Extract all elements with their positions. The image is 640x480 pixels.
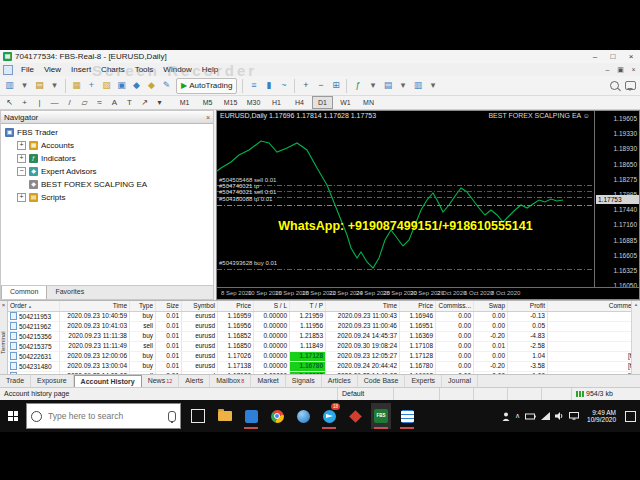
timeframe-mn[interactable]: MN [358, 96, 379, 109]
timeframe-m30[interactable]: M30 [243, 96, 264, 109]
new-chart-icon[interactable]: ▥ [3, 78, 16, 93]
volume-icon[interactable] [555, 412, 564, 420]
chart-plot[interactable]: #504505468 sell 0.01#504740021 tp#504740… [217, 111, 595, 287]
table-row[interactable]: 5042119532020.09.23 10:40:59buy0.01eurus… [8, 312, 640, 322]
edge-icon[interactable] [293, 403, 313, 429]
tree-item-fbs-trader[interactable]: ▣FBS Trader [1, 126, 213, 139]
column-header-close_time[interactable]: Time [326, 301, 400, 311]
fibonacci-icon[interactable]: ≈ [93, 97, 106, 108]
date-axis[interactable]: 8 Sep 202010 Sep 202016 Sep 202018 Sep 2… [217, 287, 639, 300]
tree-item-scripts[interactable]: +▤Scripts [1, 191, 213, 204]
tab-experts[interactable]: Experts [405, 375, 442, 387]
tree-expander-icon[interactable]: + [17, 193, 26, 202]
channel-icon[interactable]: ▱ [78, 97, 91, 108]
tile-windows-icon[interactable]: ⊞ [329, 78, 342, 93]
column-header-comment[interactable]: Comment [548, 301, 640, 311]
tree-item-best-forex-scalping-ea[interactable]: ◆BEST FOREX SCALPING EA [1, 178, 213, 191]
navigator-tab-common[interactable]: Common [1, 286, 47, 299]
child-restore-icon[interactable]: ▣ [614, 64, 627, 75]
navigator-icon[interactable]: ▧ [100, 78, 113, 93]
new-order-icon[interactable]: ◆ [145, 78, 158, 93]
timeframe-h1[interactable]: H1 [266, 96, 287, 109]
tree-item-indicators[interactable]: +ƒIndicators [1, 152, 213, 165]
task-view-icon[interactable] [191, 409, 205, 423]
timeframe-d1[interactable]: D1 [312, 96, 333, 109]
tree-item-accounts[interactable]: +▦Accounts [1, 139, 213, 152]
column-header-profit[interactable]: Profit [508, 301, 548, 311]
table-row[interactable]: 5042119622020.09.23 10:41:03sell0.01euru… [8, 322, 640, 332]
autotrading-button[interactable]: ▶AutoTrading [176, 78, 237, 94]
taskbar-clock[interactable]: 9:49 AM 10/9/2020 [587, 409, 616, 424]
minimize-icon[interactable]: – [586, 51, 604, 63]
column-header-commission[interactable]: Commiss... [436, 301, 474, 311]
table-scrollbar[interactable]: ▴ [631, 301, 640, 375]
column-header-price[interactable]: Price [218, 301, 254, 311]
column-header-close_price[interactable]: Price [400, 301, 436, 311]
child-close-icon[interactable]: × [627, 64, 640, 75]
metaeditor-icon[interactable]: ✎ [160, 78, 173, 93]
menu-charts[interactable]: Charts [96, 64, 130, 76]
periods-dropdown-icon[interactable]: ▾ [396, 78, 409, 93]
microphone-icon[interactable] [168, 411, 176, 422]
tab-articles[interactable]: Articles [322, 375, 358, 387]
trendline-icon[interactable]: / [63, 97, 76, 108]
column-header-symbol[interactable]: Symbol [182, 301, 218, 311]
table-row[interactable]: 5042226312020.09.23 12:00:06buy0.01eurus… [8, 352, 640, 362]
indicators-dropdown-icon[interactable]: ▾ [366, 78, 379, 93]
tab-signals[interactable]: Signals [286, 375, 322, 387]
chrome-icon[interactable] [267, 403, 287, 429]
search-input[interactable] [46, 410, 168, 422]
indicators-icon[interactable]: ƒ [351, 78, 364, 93]
tree-expander-icon[interactable]: + [17, 154, 26, 163]
horizontal-line-icon[interactable]: — [48, 97, 61, 108]
text-label-icon[interactable]: T [123, 97, 136, 108]
candlestick-icon[interactable]: ▮ [262, 78, 275, 93]
column-header-sl[interactable]: S / L [254, 301, 290, 311]
table-row[interactable]: 5042153752020.09.23 11:11:49sell0.01euru… [8, 342, 640, 352]
battery-icon[interactable] [525, 413, 536, 420]
zoom-out-icon[interactable]: − [314, 78, 327, 93]
telegram-icon[interactable]: 18 [319, 403, 339, 429]
people-icon[interactable] [502, 412, 510, 421]
notes-app-icon[interactable] [397, 403, 417, 429]
tab-alerts[interactable]: Alerts [179, 375, 210, 387]
column-header-tp[interactable]: T / P [290, 301, 326, 311]
column-header-type[interactable]: Type [130, 301, 156, 311]
menu-window[interactable]: Window [158, 64, 196, 76]
blue-app-icon[interactable] [241, 403, 261, 429]
profiles-dropdown-icon[interactable]: ▾ [48, 78, 61, 93]
navigator-close-icon[interactable]: × [206, 114, 210, 121]
navigator-tab-favorites[interactable]: Favorites [47, 286, 92, 299]
chat-icon[interactable] [625, 81, 636, 90]
column-header-order[interactable]: Order▴ [8, 301, 60, 311]
monitor-icon[interactable] [569, 412, 579, 420]
start-button[interactable] [0, 400, 26, 432]
column-header-size[interactable]: Size [156, 301, 182, 311]
fbs-app-icon[interactable]: FBS [371, 403, 391, 429]
table-row[interactable]: 5042153562020.09.23 11:11:38buy0.01eurus… [8, 332, 640, 342]
close-icon[interactable]: × [622, 51, 640, 63]
templates-dropdown-icon[interactable]: ▾ [426, 78, 439, 93]
tab-exposure[interactable]: Exposure [31, 375, 74, 387]
scroll-up-icon[interactable]: ▴ [635, 301, 638, 307]
hidden-icons-chevron-icon[interactable]: ∧ [515, 412, 520, 420]
timeframe-m5[interactable]: M5 [197, 96, 218, 109]
column-header-open_time[interactable]: Time [60, 301, 130, 311]
taskbar-search[interactable] [26, 403, 181, 429]
zoom-in-icon[interactable]: + [299, 78, 312, 93]
column-header-swap[interactable]: Swap [474, 301, 508, 311]
strategy-tester-icon[interactable]: ◆ [130, 78, 143, 93]
price-axis[interactable]: 1.196051.193301.189301.186501.182751.179… [595, 111, 639, 287]
terminal-icon[interactable]: ▣ [115, 78, 128, 93]
cursor-icon[interactable]: ↖ [3, 97, 16, 108]
crosshair-icon[interactable]: + [18, 97, 31, 108]
market-watch-icon[interactable]: ▦ [70, 78, 83, 93]
network-icon[interactable] [541, 412, 550, 420]
maximize-icon[interactable]: □ [604, 51, 622, 63]
data-window-icon[interactable]: + [85, 78, 98, 93]
terminal-close-icon[interactable]: × [0, 301, 7, 309]
text-icon[interactable]: A [108, 97, 121, 108]
child-minimize-icon[interactable]: – [601, 64, 614, 75]
file-explorer-icon[interactable] [215, 403, 235, 429]
periods-icon[interactable]: ▤ [381, 78, 394, 93]
